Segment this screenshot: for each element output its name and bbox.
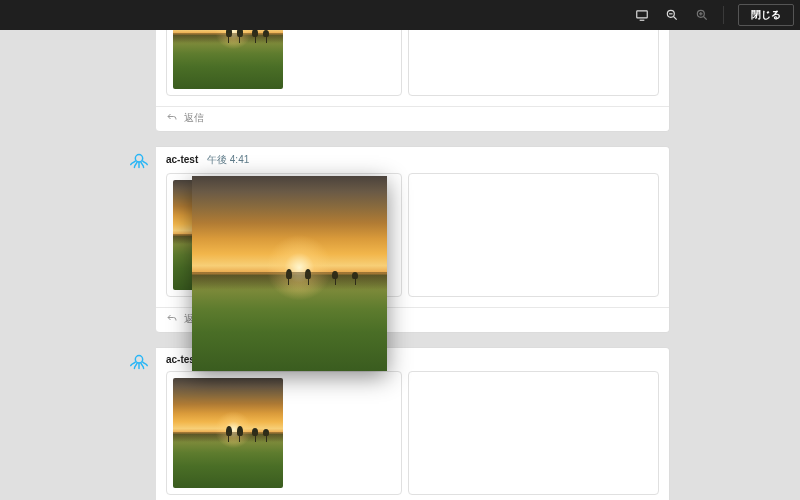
message-1: ac-test 午後 4:41 返信 bbox=[0, 146, 800, 333]
image-preview-overlay[interactable] bbox=[192, 176, 387, 371]
attachment-column-empty bbox=[408, 30, 659, 96]
message-body bbox=[156, 365, 669, 500]
reply-arrow-icon bbox=[166, 112, 178, 124]
reply-bar[interactable]: 返信 bbox=[156, 106, 669, 131]
screen-icon[interactable] bbox=[629, 4, 655, 26]
attachment-column-empty bbox=[408, 371, 659, 495]
attachment-column bbox=[166, 371, 402, 495]
avatar[interactable] bbox=[128, 150, 150, 172]
message-body bbox=[156, 30, 669, 106]
toolbar-separator bbox=[723, 6, 724, 24]
message-time: 午後 4:41 bbox=[207, 154, 249, 165]
svg-line-3 bbox=[674, 17, 677, 20]
svg-point-10 bbox=[135, 356, 142, 363]
avatar[interactable] bbox=[128, 351, 150, 373]
message-header: ac-test 午後 4:41 bbox=[156, 147, 669, 167]
attachment-column bbox=[166, 30, 402, 96]
close-button[interactable]: 閉じる bbox=[738, 4, 794, 26]
svg-point-9 bbox=[135, 155, 142, 162]
image-viewer-toolbar: 閉じる bbox=[0, 0, 800, 30]
zoom-out-icon[interactable] bbox=[659, 4, 685, 26]
svg-rect-0 bbox=[637, 11, 648, 18]
message-0: 返信 bbox=[0, 30, 800, 132]
reply-label: 返信 bbox=[184, 111, 204, 125]
message-username: ac-test bbox=[166, 154, 198, 165]
message-2: ac-test 返信 bbox=[0, 347, 800, 500]
attachment-column-empty bbox=[408, 173, 659, 297]
chat-scroll-area: 返信 ac-test 午後 4:41 bbox=[0, 30, 800, 500]
zoom-in-icon[interactable] bbox=[689, 4, 715, 26]
svg-line-6 bbox=[704, 17, 707, 20]
image-thumbnail[interactable] bbox=[173, 30, 283, 89]
image-thumbnail[interactable] bbox=[173, 378, 283, 488]
message-card: 返信 bbox=[156, 30, 670, 132]
image-preview bbox=[192, 176, 387, 371]
reply-arrow-icon bbox=[166, 313, 178, 325]
close-button-label: 閉じる bbox=[751, 8, 781, 22]
